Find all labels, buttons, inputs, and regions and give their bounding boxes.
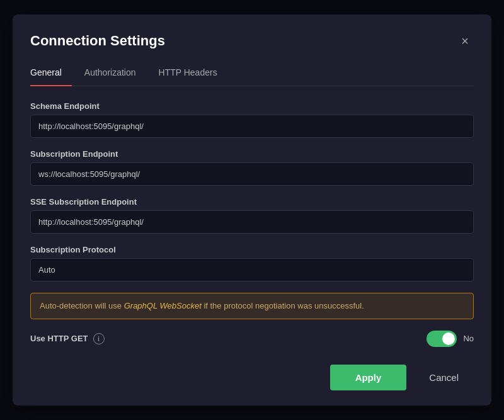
sse-subscription-endpoint-label: SSE Subscription Endpoint bbox=[30, 197, 474, 207]
subscription-protocol-group: Subscription Protocol bbox=[30, 245, 474, 281]
tab-http-headers[interactable]: HTTP Headers bbox=[159, 62, 227, 86]
warning-highlight: GraphQL WebSocket bbox=[124, 301, 202, 310]
dialog-title: Connection Settings bbox=[30, 33, 165, 49]
connection-settings-dialog: Connection Settings × General Authorizat… bbox=[13, 14, 491, 406]
sse-subscription-endpoint-group: SSE Subscription Endpoint bbox=[30, 197, 474, 234]
tabs: General Authorization HTTP Headers bbox=[30, 62, 474, 86]
sse-subscription-endpoint-input[interactable] bbox=[30, 210, 474, 234]
subscription-endpoint-input[interactable] bbox=[30, 162, 474, 186]
cancel-button[interactable]: Cancel bbox=[414, 365, 474, 390]
warning-box: Auto-detection will use GraphQL WebSocke… bbox=[30, 293, 474, 319]
toggle-thumb bbox=[442, 332, 455, 345]
warning-text-prefix: Auto-detection will use bbox=[40, 301, 124, 310]
toggle-track bbox=[427, 331, 457, 347]
subscription-endpoint-group: Subscription Endpoint bbox=[30, 149, 474, 186]
overlay: Connection Settings × General Authorizat… bbox=[0, 0, 504, 420]
toggle-no-row: No bbox=[427, 331, 474, 347]
dialog-header: Connection Settings × bbox=[30, 32, 474, 50]
subscription-protocol-input[interactable] bbox=[30, 258, 474, 281]
tab-authorization[interactable]: Authorization bbox=[84, 62, 146, 86]
toggle-off-label: No bbox=[463, 334, 474, 343]
schema-endpoint-label: Schema Endpoint bbox=[30, 101, 474, 111]
apply-button[interactable]: Apply bbox=[330, 365, 407, 390]
http-get-toggle[interactable] bbox=[427, 331, 457, 347]
close-button[interactable]: × bbox=[456, 32, 474, 50]
warning-text-suffix: if the protocol negotiation was unsucces… bbox=[202, 301, 364, 310]
schema-endpoint-group: Schema Endpoint bbox=[30, 101, 474, 138]
subscription-endpoint-label: Subscription Endpoint bbox=[30, 149, 474, 159]
http-get-row: Use HTTP GET i No bbox=[30, 331, 474, 347]
tab-general[interactable]: General bbox=[30, 62, 72, 86]
http-get-label: Use HTTP GET i bbox=[30, 333, 105, 344]
info-icon[interactable]: i bbox=[93, 333, 105, 344]
dialog-footer: Apply Cancel bbox=[30, 365, 474, 390]
schema-endpoint-input[interactable] bbox=[30, 115, 474, 138]
http-get-text: Use HTTP GET bbox=[30, 334, 88, 343]
subscription-protocol-label: Subscription Protocol bbox=[30, 245, 474, 254]
